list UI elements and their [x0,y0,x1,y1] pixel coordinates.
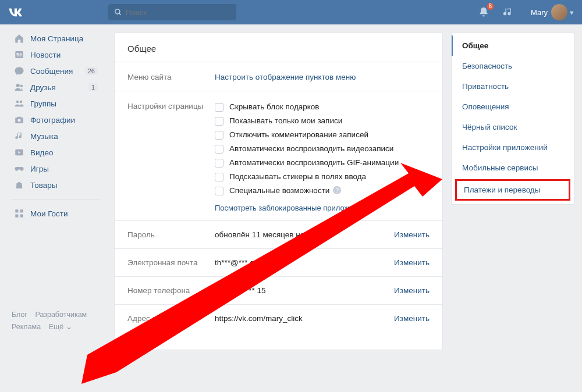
footer-link[interactable]: Реклама [12,323,41,331]
nav-messages[interactable]: Сообщения 26 [10,63,105,79]
tab-general[interactable]: Общее [452,35,574,56]
svg-rect-13 [15,209,18,212]
url-value: https://vk.com/mary_click [215,314,387,323]
home-icon [14,33,24,44]
change-phone-link[interactable]: Изменить [394,286,430,295]
music-icon[interactable] [502,6,514,19]
nav-count: 1 [88,83,98,91]
nav-label: Группы [30,99,56,108]
nav-label: Фотографии [30,116,75,124]
vk-logo[interactable] [8,6,27,18]
checkbox-icon [215,145,223,154]
checkbox-autoplay-gif[interactable]: Автоматически воспроизводить GIF-анимаци… [215,156,430,170]
svg-rect-6 [17,56,22,56]
nav-news[interactable]: Новости [10,47,105,63]
nav-goods[interactable]: Товары [10,177,105,193]
checkbox-autoplay-video[interactable]: Автоматически воспроизводить видеозаписи [215,142,430,156]
tab-privacy[interactable]: Приватность [452,76,574,97]
blocked-apps-link[interactable]: Посмотреть заблокированные приложения [215,198,430,220]
avatar [551,4,567,20]
svg-rect-4 [20,53,22,54]
nav-my-page[interactable]: Моя Страница [10,30,105,47]
nav-separator [10,199,101,199]
svg-point-11 [17,119,20,122]
topbar: 6 Mary ▾ [0,0,582,24]
nav-games[interactable]: Игры [10,161,105,177]
phone-value: +7 *** *** ** 15 [215,286,387,295]
gamepad-icon [14,163,24,174]
svg-rect-16 [20,215,23,218]
nav-groups[interactable]: Группы [10,95,105,112]
note-icon [14,131,24,141]
nav-label: Товары [30,181,57,190]
tab-payments[interactable]: Платежи и переводы [455,179,570,201]
email-label: Электронная почта [127,258,215,267]
nav-video[interactable]: Видео [10,144,105,161]
notifications-icon[interactable]: 6 [477,6,490,19]
footer-links: Блог Разработчикам Реклама Ещё ⌄ [10,309,105,334]
nav-label: Музыка [30,132,58,141]
configure-menu-link[interactable]: Настроить отображение пунктов меню [215,73,430,81]
svg-point-7 [16,84,20,87]
nav-label: Видео [30,148,53,157]
checkbox-sticker-hints[interactable]: Подсказывать стикеры в полях ввода [215,170,430,184]
checkbox-icon [215,117,223,126]
settings-panel: Общее Меню сайта Настроить отображение п… [114,33,443,350]
search-box[interactable] [108,4,236,20]
user-menu[interactable]: Mary ▾ [531,4,574,20]
checkbox-accessibility[interactable]: Специальные возможности? [215,184,430,198]
tab-blacklist[interactable]: Чёрный список [452,117,574,137]
footer-link[interactable]: Разработчикам [36,311,87,319]
checkbox-hide-gifts[interactable]: Скрывать блок подарков [215,100,430,114]
tab-security[interactable]: Безопасность [452,56,574,76]
footer-link[interactable]: Ещё ⌄ [49,323,72,331]
url-label: Адрес страницы [127,314,215,323]
search-icon [114,8,122,16]
groups-icon [14,98,24,109]
change-password-link[interactable]: Изменить [394,230,430,239]
menu-label: Меню сайта [127,73,215,81]
tab-mobile[interactable]: Мобильные сервисы [452,158,574,178]
svg-rect-14 [20,209,23,212]
tab-notifications[interactable]: Оповещения [452,97,574,117]
search-input[interactable] [126,8,225,17]
nav-music[interactable]: Музыка [10,128,105,144]
chat-icon [14,66,24,76]
tab-app-settings[interactable]: Настройки приложений [452,137,574,158]
change-email-link[interactable]: Изменить [394,258,430,267]
svg-rect-2 [15,51,23,58]
checkbox-disable-comments[interactable]: Отключить комментирование записей [215,128,430,142]
page-title: Общее [115,33,442,62]
svg-point-8 [20,85,23,88]
video-icon [14,147,24,158]
svg-point-0 [115,9,120,14]
change-url-link[interactable]: Изменить [394,314,430,323]
checkbox-icon [215,159,223,168]
svg-point-10 [20,101,23,104]
footer-link[interactable]: Блог [12,311,27,319]
nav-friends[interactable]: Друзья 1 [10,79,105,95]
nav-photos[interactable]: Фотографии [10,112,105,128]
bag-icon [14,180,24,190]
svg-rect-3 [17,53,19,55]
svg-point-9 [16,101,19,104]
email-value: th***@***.com [215,258,387,267]
svg-rect-15 [15,215,18,218]
left-nav: Моя Страница Новости Сообщения 26 Друзья… [0,24,105,350]
nav-my-guests[interactable]: Мои Гости [10,205,105,222]
help-icon[interactable]: ? [333,186,341,194]
nav-label: Друзья [30,83,56,92]
page-settings-label: Настройки страницы [127,102,215,111]
checkbox-icon [215,173,223,181]
checkbox-only-my-posts[interactable]: Показывать только мои записи [215,114,430,128]
nav-label: Новости [30,51,61,59]
svg-line-1 [119,13,121,15]
nav-label: Сообщения [30,67,73,76]
nav-label: Игры [30,165,49,173]
nav-count: 26 [85,67,98,75]
checkbox-icon [215,187,223,195]
password-value: обновлён 11 месяцев назад [215,230,387,239]
checkbox-icon [215,103,223,112]
apps-icon [14,208,24,219]
chevron-down-icon: ▾ [570,8,574,17]
